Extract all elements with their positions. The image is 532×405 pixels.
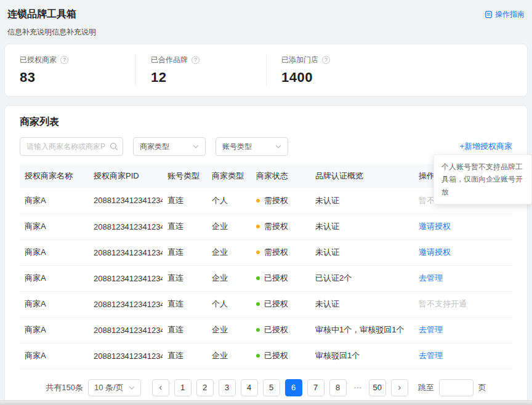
status-dot <box>256 354 260 358</box>
stat-label: 已合作品牌 <box>151 55 188 65</box>
stat-label: 已授权商家 <box>20 55 57 65</box>
action-link[interactable]: 去管理 <box>419 351 443 360</box>
help-icon[interactable]: ? <box>60 56 68 64</box>
merchant-type: 企业 <box>207 214 251 239</box>
tooltip: 个人账号暂不支持品牌工具箱，仅面向企业账号开放 <box>433 154 532 204</box>
pagination: 共有150条 10 条/页 ‹ 12345678⋯50 › 跳至 页 <box>20 379 512 396</box>
column-header: 商家状态 <box>251 164 310 188</box>
table-row: 商家A2088123412341234直连企业需授权未认证邀请授权 <box>20 239 512 265</box>
search-input[interactable] <box>20 137 123 156</box>
account-type-select[interactable]: 账号类型 <box>216 137 288 156</box>
account-type: 直连 <box>163 239 207 265</box>
merchant-name: 商家A <box>20 291 89 317</box>
page-header: 连锁品牌工具箱 信息补充说明信息补充说明 操作指南 <box>0 0 532 44</box>
action-link[interactable]: 邀请授权 <box>419 247 451 257</box>
search-icon <box>110 142 118 151</box>
table-row: 商家A2088123412341234直连个人已授权未认证暂不支持开通 <box>20 291 512 317</box>
merchant-name: 商家A <box>20 265 89 291</box>
pagination-page-3[interactable]: 3 <box>219 379 236 396</box>
brand-overview: 未认证 <box>310 188 414 214</box>
table-row: 商家A2088123412341234直连企业需授权未认证邀请授权 <box>20 214 512 239</box>
filter-bar: 商家类型 账号类型 +新增授权商家 <box>20 137 512 156</box>
account-type: 直连 <box>163 188 207 214</box>
brand-overview: 未认证 <box>310 239 414 265</box>
merchant-type: 企业 <box>207 343 251 369</box>
pagination-page-2[interactable]: 2 <box>196 379 214 396</box>
status-dot <box>256 251 260 254</box>
merchant-type-select[interactable]: 商家类型 <box>133 137 206 156</box>
status-dot <box>256 302 260 306</box>
status-dot <box>256 225 260 228</box>
jump-to-page: 跳至 页 <box>418 379 486 396</box>
pagination-pages: 12345678⋯50 <box>174 379 386 396</box>
column-header: 品牌认证概览 <box>310 164 414 188</box>
account-type: 直连 <box>163 317 207 343</box>
table-row: 商家A2088123412341234直连企业已授权已认证2个去管理 <box>20 265 512 291</box>
merchant-name: 商家A <box>20 317 89 343</box>
merchant-name: 商家A <box>20 239 89 265</box>
pagination-page-8[interactable]: 8 <box>329 379 347 396</box>
status-dot <box>256 276 260 280</box>
prev-page-button[interactable]: ‹ <box>152 379 169 396</box>
merchant-status: 已授权 <box>251 343 310 369</box>
chevron-down-icon <box>129 386 135 390</box>
action-disabled-text: 暂不支持开通 <box>419 299 467 308</box>
merchant-type: 企业 <box>207 239 251 265</box>
page-title: 连锁品牌工具箱 <box>7 8 96 21</box>
merchant-type: 个人 <box>207 188 251 214</box>
window-bottom-edge <box>0 400 532 405</box>
action-link[interactable]: 去管理 <box>419 273 443 283</box>
guide-link[interactable]: 操作指南 <box>485 9 525 20</box>
jump-page-input[interactable] <box>439 379 474 396</box>
pagination-page-6[interactable]: 6 <box>285 379 302 396</box>
account-type: 直连 <box>163 265 207 291</box>
stat-value: 83 <box>20 70 121 86</box>
merchant-status: 需授权 <box>251 188 310 214</box>
column-header: 账号类型 <box>163 164 207 188</box>
merchant-pid: 2088123412341234 <box>89 239 163 265</box>
merchant-pid: 2088123412341234 <box>89 343 163 369</box>
merchant-search <box>20 137 123 156</box>
merchant-status: 需授权 <box>251 214 310 239</box>
merchant-name: 商家A <box>20 188 89 214</box>
page-subtitle: 信息补充说明信息补充说明 <box>7 27 96 38</box>
account-type-select-value: 账号类型 <box>222 142 252 152</box>
page-header-left: 连锁品牌工具箱 信息补充说明信息补充说明 <box>7 8 96 38</box>
document-icon <box>485 10 493 18</box>
column-header: 授权商家PID <box>89 164 163 188</box>
stat-authorized-merchants: 已授权商家 ? 83 <box>5 54 135 87</box>
table-row: 商家A2088123412341234直连企业已授权审核中1个，审核驳回1个去管… <box>20 317 512 343</box>
column-header: 商家类型 <box>207 164 251 188</box>
merchant-name: 商家A <box>20 214 89 239</box>
merchant-type-select-value: 商家类型 <box>140 142 169 152</box>
brand-overview: 审核中1个，审核驳回1个 <box>310 317 414 343</box>
chevron-down-icon <box>275 145 281 148</box>
list-title: 商家列表 <box>20 116 512 129</box>
pagination-page-1[interactable]: 1 <box>174 379 191 396</box>
pagination-page-4[interactable]: 4 <box>241 379 258 396</box>
table-body: 商家A2088123412341234直连个人需授权未认证暂不支持开通商家A20… <box>20 188 512 369</box>
help-icon[interactable]: ? <box>322 56 330 64</box>
table-row: 商家A2088123412341234直连企业已授权审核驳回1个去管理 <box>20 343 512 369</box>
pagination-page-7[interactable]: 7 <box>307 379 324 396</box>
merchant-pid: 2088123412341234 <box>89 265 163 291</box>
help-icon[interactable]: ? <box>191 56 200 64</box>
jump-unit: 页 <box>478 382 486 393</box>
add-authorized-merchant-button[interactable]: +新增授权商家 <box>459 141 512 152</box>
pagination-page-50[interactable]: 50 <box>369 379 386 396</box>
next-page-button[interactable]: › <box>391 379 408 396</box>
merchant-type: 个人 <box>207 291 251 317</box>
merchant-pid: 2088123412341234 <box>89 317 163 343</box>
pagination-total: 共有150条 <box>46 382 83 393</box>
stat-label: 已添加门店 <box>281 55 318 65</box>
brand-overview: 已认证2个 <box>310 265 414 291</box>
brand-overview: 未认证 <box>310 214 414 239</box>
merchant-status: 需授权 <box>251 239 310 265</box>
pagination-page-5[interactable]: 5 <box>263 379 280 396</box>
stats-card: 已授权商家 ? 83 已合作品牌 ? 12 已添加门店 ? 1400 <box>4 44 528 97</box>
page-size-select[interactable]: 10 条/页 <box>88 379 141 396</box>
merchant-type: 企业 <box>207 317 251 343</box>
action-link[interactable]: 邀请授权 <box>419 222 451 231</box>
merchant-pid: 2088123412341234 <box>89 214 163 239</box>
action-link[interactable]: 去管理 <box>419 325 443 334</box>
